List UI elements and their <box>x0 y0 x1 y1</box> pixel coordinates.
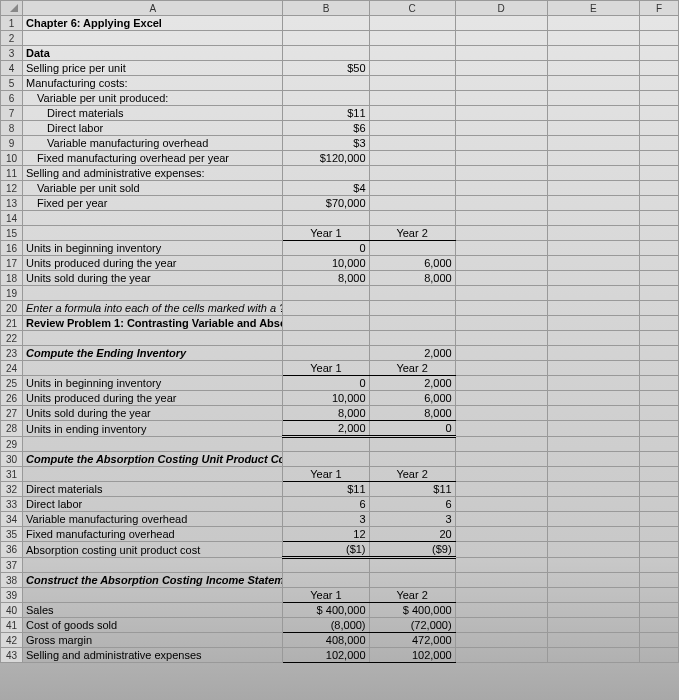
cell-A21[interactable]: Review Problem 1: Contrasting Variable a… <box>23 316 283 331</box>
cell-F12[interactable] <box>639 181 678 196</box>
cell-B34[interactable]: 3 <box>283 512 369 527</box>
cell-B37[interactable] <box>283 558 369 573</box>
cell-C29[interactable] <box>369 437 455 452</box>
cell-E32[interactable] <box>547 482 639 497</box>
cell-F33[interactable] <box>639 497 678 512</box>
cell-E39[interactable] <box>547 588 639 603</box>
row-header-43[interactable]: 43 <box>1 648 23 663</box>
cell-D5[interactable] <box>455 76 547 91</box>
cell-B29[interactable] <box>283 437 369 452</box>
cell-F8[interactable] <box>639 121 678 136</box>
cell-E13[interactable] <box>547 196 639 211</box>
cell-D16[interactable] <box>455 241 547 256</box>
row-header-31[interactable]: 31 <box>1 467 23 482</box>
cell-F37[interactable] <box>639 558 678 573</box>
cell-D40[interactable] <box>455 603 547 618</box>
cell-A30[interactable]: Compute the Absorption Costing Unit Prod… <box>23 452 283 467</box>
cell-C25[interactable]: 2,000 <box>369 376 455 391</box>
cell-E18[interactable] <box>547 271 639 286</box>
cell-A7[interactable]: Direct materials <box>23 106 283 121</box>
row-header-41[interactable]: 41 <box>1 618 23 633</box>
cell-E16[interactable] <box>547 241 639 256</box>
cell-A31[interactable] <box>23 467 283 482</box>
cell-B13[interactable]: $70,000 <box>283 196 369 211</box>
cell-F1[interactable] <box>639 16 678 31</box>
cell-D38[interactable] <box>455 573 547 588</box>
cell-D25[interactable] <box>455 376 547 391</box>
row-header-10[interactable]: 10 <box>1 151 23 166</box>
cell-B10[interactable]: $120,000 <box>283 151 369 166</box>
cell-D3[interactable] <box>455 46 547 61</box>
row-header-6[interactable]: 6 <box>1 91 23 106</box>
cell-D43[interactable] <box>455 648 547 663</box>
row-header-28[interactable]: 28 <box>1 421 23 437</box>
row-header-25[interactable]: 25 <box>1 376 23 391</box>
cell-D18[interactable] <box>455 271 547 286</box>
cell-B31[interactable]: Year 1 <box>283 467 369 482</box>
cell-C20[interactable] <box>369 301 455 316</box>
cell-F16[interactable] <box>639 241 678 256</box>
cell-C17[interactable]: 6,000 <box>369 256 455 271</box>
cell-E12[interactable] <box>547 181 639 196</box>
cell-C27[interactable]: 8,000 <box>369 406 455 421</box>
cell-F7[interactable] <box>639 106 678 121</box>
cell-D13[interactable] <box>455 196 547 211</box>
cell-D23[interactable] <box>455 346 547 361</box>
cell-B39[interactable]: Year 1 <box>283 588 369 603</box>
cell-F29[interactable] <box>639 437 678 452</box>
cell-A42[interactable]: Gross margin <box>23 633 283 648</box>
cell-A38[interactable]: Construct the Absorption Costing Income … <box>23 573 283 588</box>
cell-E42[interactable] <box>547 633 639 648</box>
cell-B36[interactable]: ($1) <box>283 542 369 558</box>
cell-A19[interactable] <box>23 286 283 301</box>
cell-C33[interactable]: 6 <box>369 497 455 512</box>
row-header-21[interactable]: 21 <box>1 316 23 331</box>
cell-C5[interactable] <box>369 76 455 91</box>
cell-E23[interactable] <box>547 346 639 361</box>
row-header-24[interactable]: 24 <box>1 361 23 376</box>
column-header-C[interactable]: C <box>369 1 455 16</box>
row-header-18[interactable]: 18 <box>1 271 23 286</box>
cell-A5[interactable]: Manufacturing costs: <box>23 76 283 91</box>
cell-B33[interactable]: 6 <box>283 497 369 512</box>
cell-F24[interactable] <box>639 361 678 376</box>
cell-F14[interactable] <box>639 211 678 226</box>
cell-E28[interactable] <box>547 421 639 437</box>
cell-F3[interactable] <box>639 46 678 61</box>
cell-A40[interactable]: Sales <box>23 603 283 618</box>
cell-E2[interactable] <box>547 31 639 46</box>
cell-C42[interactable]: 472,000 <box>369 633 455 648</box>
cell-F10[interactable] <box>639 151 678 166</box>
cell-F26[interactable] <box>639 391 678 406</box>
cell-A41[interactable]: Cost of goods sold <box>23 618 283 633</box>
cell-C37[interactable] <box>369 558 455 573</box>
cell-A11[interactable]: Selling and administrative expenses: <box>23 166 283 181</box>
cell-B3[interactable] <box>283 46 369 61</box>
cell-D22[interactable] <box>455 331 547 346</box>
cell-B27[interactable]: 8,000 <box>283 406 369 421</box>
cell-B38[interactable] <box>283 573 369 588</box>
row-header-14[interactable]: 14 <box>1 211 23 226</box>
cell-D35[interactable] <box>455 527 547 542</box>
cell-A2[interactable] <box>23 31 283 46</box>
cell-D7[interactable] <box>455 106 547 121</box>
cell-B30[interactable] <box>283 452 369 467</box>
cell-A9[interactable]: Variable manufacturing overhead <box>23 136 283 151</box>
row-header-11[interactable]: 11 <box>1 166 23 181</box>
cell-D15[interactable] <box>455 226 547 241</box>
cell-D14[interactable] <box>455 211 547 226</box>
cell-A33[interactable]: Direct labor <box>23 497 283 512</box>
cell-E26[interactable] <box>547 391 639 406</box>
row-header-8[interactable]: 8 <box>1 121 23 136</box>
cell-F35[interactable] <box>639 527 678 542</box>
row-header-15[interactable]: 15 <box>1 226 23 241</box>
cell-E15[interactable] <box>547 226 639 241</box>
cell-C35[interactable]: 20 <box>369 527 455 542</box>
cell-B22[interactable] <box>283 331 369 346</box>
cell-E20[interactable] <box>547 301 639 316</box>
cell-F39[interactable] <box>639 588 678 603</box>
cell-F28[interactable] <box>639 421 678 437</box>
row-header-40[interactable]: 40 <box>1 603 23 618</box>
cell-B41[interactable]: (8,000) <box>283 618 369 633</box>
row-header-16[interactable]: 16 <box>1 241 23 256</box>
